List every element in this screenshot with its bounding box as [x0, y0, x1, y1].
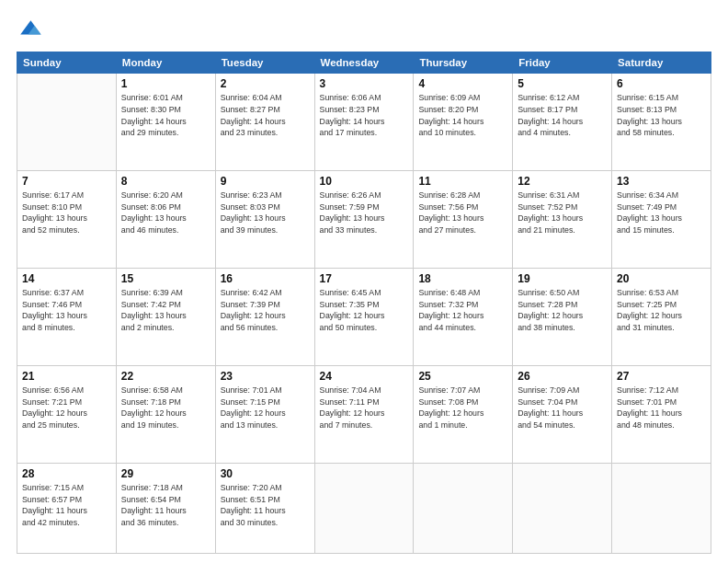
day-number: 24 [320, 370, 409, 383]
calendar-cell: 30Sunrise: 7:20 AM Sunset: 6:51 PM Dayli… [215, 463, 314, 553]
day-number: 12 [518, 175, 607, 188]
calendar-body: 1Sunrise: 6:01 AM Sunset: 8:30 PM Daylig… [17, 74, 711, 554]
day-number: 7 [22, 175, 111, 188]
day-number: 5 [518, 77, 607, 90]
cell-info: Sunrise: 7:20 AM Sunset: 6:51 PM Dayligh… [221, 482, 310, 529]
calendar-week-row: 7Sunrise: 6:17 AM Sunset: 8:10 PM Daylig… [17, 170, 711, 268]
cell-info: Sunrise: 6:42 AM Sunset: 7:39 PM Dayligh… [221, 287, 310, 334]
cell-info: Sunrise: 7:15 AM Sunset: 6:57 PM Dayligh… [22, 482, 111, 529]
calendar-week-row: 1Sunrise: 6:01 AM Sunset: 8:30 PM Daylig… [17, 74, 711, 171]
weekday-header: Wednesday [314, 52, 414, 74]
calendar-week-row: 21Sunrise: 6:56 AM Sunset: 7:21 PM Dayli… [17, 365, 711, 463]
calendar-cell: 16Sunrise: 6:42 AM Sunset: 7:39 PM Dayli… [215, 268, 314, 365]
calendar-cell: 21Sunrise: 6:56 AM Sunset: 7:21 PM Dayli… [17, 365, 117, 463]
cell-info: Sunrise: 6:48 AM Sunset: 7:32 PM Dayligh… [418, 287, 507, 334]
day-number: 14 [22, 272, 111, 285]
day-number: 4 [418, 77, 507, 90]
calendar-cell: 3Sunrise: 6:06 AM Sunset: 8:23 PM Daylig… [314, 74, 414, 171]
day-number: 27 [617, 370, 706, 383]
calendar-cell: 5Sunrise: 6:12 AM Sunset: 8:17 PM Daylig… [513, 74, 612, 171]
day-number: 8 [121, 175, 210, 188]
day-number: 18 [418, 272, 507, 285]
cell-info: Sunrise: 6:20 AM Sunset: 8:06 PM Dayligh… [121, 190, 210, 236]
cell-info: Sunrise: 6:28 AM Sunset: 7:56 PM Dayligh… [418, 190, 507, 236]
day-number: 6 [617, 77, 706, 90]
cell-info: Sunrise: 6:58 AM Sunset: 7:18 PM Dayligh… [121, 385, 210, 431]
cell-info: Sunrise: 7:18 AM Sunset: 6:54 PM Dayligh… [121, 482, 210, 529]
day-number: 2 [221, 77, 310, 90]
calendar-header: SundayMondayTuesdayWednesdayThursdayFrid… [17, 52, 711, 74]
weekday-header: Tuesday [215, 52, 314, 74]
weekday-header: Saturday [612, 52, 711, 74]
calendar-cell [314, 463, 414, 553]
calendar-cell: 9Sunrise: 6:23 AM Sunset: 8:03 PM Daylig… [215, 170, 314, 268]
day-number: 26 [518, 370, 607, 383]
cell-info: Sunrise: 7:09 AM Sunset: 7:04 PM Dayligh… [518, 385, 607, 431]
calendar-cell: 8Sunrise: 6:20 AM Sunset: 8:06 PM Daylig… [116, 170, 215, 268]
cell-info: Sunrise: 6:26 AM Sunset: 7:59 PM Dayligh… [320, 190, 409, 236]
calendar-cell: 7Sunrise: 6:17 AM Sunset: 8:10 PM Daylig… [17, 170, 117, 268]
calendar-week-row: 14Sunrise: 6:37 AM Sunset: 7:46 PM Dayli… [17, 268, 711, 365]
calendar-cell: 14Sunrise: 6:37 AM Sunset: 7:46 PM Dayli… [17, 268, 117, 365]
day-number: 22 [121, 370, 210, 383]
calendar-cell: 20Sunrise: 6:53 AM Sunset: 7:25 PM Dayli… [612, 268, 711, 365]
cell-info: Sunrise: 6:34 AM Sunset: 7:49 PM Dayligh… [617, 190, 706, 236]
calendar-cell: 2Sunrise: 6:04 AM Sunset: 8:27 PM Daylig… [215, 74, 314, 171]
calendar-cell: 10Sunrise: 6:26 AM Sunset: 7:59 PM Dayli… [314, 170, 414, 268]
logo-icon [17, 17, 42, 42]
day-number: 11 [418, 175, 507, 188]
cell-info: Sunrise: 7:07 AM Sunset: 7:08 PM Dayligh… [418, 385, 507, 431]
cell-info: Sunrise: 6:09 AM Sunset: 8:20 PM Dayligh… [418, 92, 507, 139]
weekday-row: SundayMondayTuesdayWednesdayThursdayFrid… [17, 52, 711, 74]
calendar-cell: 12Sunrise: 6:31 AM Sunset: 7:52 PM Dayli… [513, 170, 612, 268]
cell-info: Sunrise: 6:06 AM Sunset: 8:23 PM Dayligh… [320, 92, 409, 139]
calendar: SundayMondayTuesdayWednesdayThursdayFrid… [17, 52, 711, 554]
calendar-cell [612, 463, 711, 553]
weekday-header: Thursday [414, 52, 513, 74]
weekday-header: Friday [513, 52, 612, 74]
calendar-cell: 18Sunrise: 6:48 AM Sunset: 7:32 PM Dayli… [414, 268, 513, 365]
logo [17, 17, 46, 42]
day-number: 19 [518, 272, 607, 285]
calendar-cell: 29Sunrise: 7:18 AM Sunset: 6:54 PM Dayli… [116, 463, 215, 553]
day-number: 21 [22, 370, 111, 383]
cell-info: Sunrise: 6:04 AM Sunset: 8:27 PM Dayligh… [221, 92, 310, 139]
calendar-cell [17, 74, 117, 171]
calendar-cell [513, 463, 612, 553]
day-number: 28 [22, 467, 111, 480]
calendar-week-row: 28Sunrise: 7:15 AM Sunset: 6:57 PM Dayli… [17, 463, 711, 553]
day-number: 3 [320, 77, 409, 90]
day-number: 23 [221, 370, 310, 383]
cell-info: Sunrise: 6:23 AM Sunset: 8:03 PM Dayligh… [221, 190, 310, 236]
calendar-cell: 23Sunrise: 7:01 AM Sunset: 7:15 PM Dayli… [215, 365, 314, 463]
day-number: 1 [121, 77, 210, 90]
weekday-header: Monday [116, 52, 215, 74]
calendar-cell: 22Sunrise: 6:58 AM Sunset: 7:18 PM Dayli… [116, 365, 215, 463]
cell-info: Sunrise: 7:04 AM Sunset: 7:11 PM Dayligh… [320, 385, 409, 431]
cell-info: Sunrise: 6:39 AM Sunset: 7:42 PM Dayligh… [121, 287, 210, 334]
day-number: 13 [617, 175, 706, 188]
day-number: 17 [320, 272, 409, 285]
calendar-cell: 24Sunrise: 7:04 AM Sunset: 7:11 PM Dayli… [314, 365, 414, 463]
calendar-cell: 25Sunrise: 7:07 AM Sunset: 7:08 PM Dayli… [414, 365, 513, 463]
cell-info: Sunrise: 6:45 AM Sunset: 7:35 PM Dayligh… [320, 287, 409, 334]
day-number: 25 [418, 370, 507, 383]
header [17, 17, 711, 42]
cell-info: Sunrise: 6:31 AM Sunset: 7:52 PM Dayligh… [518, 190, 607, 236]
calendar-cell: 4Sunrise: 6:09 AM Sunset: 8:20 PM Daylig… [414, 74, 513, 171]
cell-info: Sunrise: 7:01 AM Sunset: 7:15 PM Dayligh… [221, 385, 310, 431]
calendar-cell: 19Sunrise: 6:50 AM Sunset: 7:28 PM Dayli… [513, 268, 612, 365]
day-number: 10 [320, 175, 409, 188]
calendar-cell: 11Sunrise: 6:28 AM Sunset: 7:56 PM Dayli… [414, 170, 513, 268]
calendar-cell: 27Sunrise: 7:12 AM Sunset: 7:01 PM Dayli… [612, 365, 711, 463]
day-number: 9 [221, 175, 310, 188]
day-number: 15 [121, 272, 210, 285]
cell-info: Sunrise: 6:15 AM Sunset: 8:13 PM Dayligh… [617, 92, 706, 139]
day-number: 30 [221, 467, 310, 480]
cell-info: Sunrise: 6:53 AM Sunset: 7:25 PM Dayligh… [617, 287, 706, 334]
calendar-cell [414, 463, 513, 553]
cell-info: Sunrise: 6:56 AM Sunset: 7:21 PM Dayligh… [22, 385, 111, 431]
weekday-header: Sunday [17, 52, 117, 74]
calendar-cell: 6Sunrise: 6:15 AM Sunset: 8:13 PM Daylig… [612, 74, 711, 171]
calendar-cell: 15Sunrise: 6:39 AM Sunset: 7:42 PM Dayli… [116, 268, 215, 365]
